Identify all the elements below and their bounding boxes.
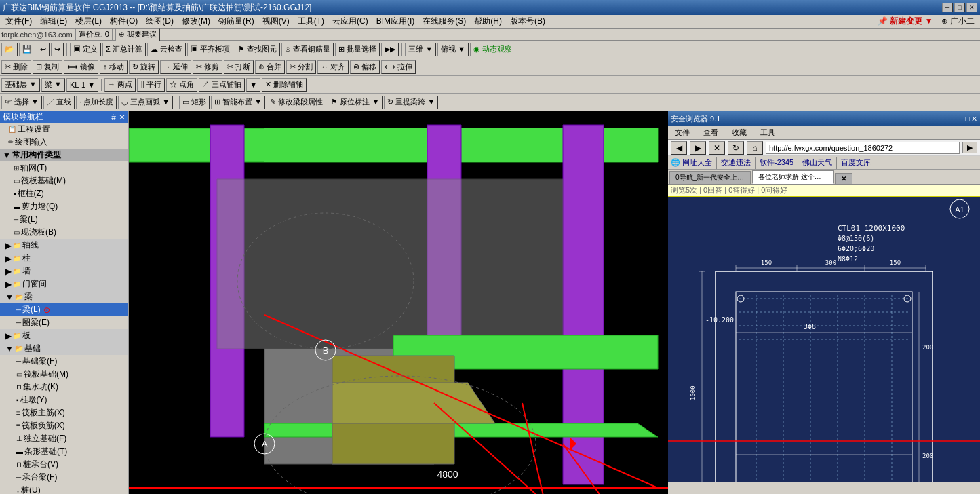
sidebar-item-project-setup[interactable]: 📋 工程设置 <box>0 123 128 136</box>
menu-user[interactable]: ⊕ 广小二 <box>937 15 979 28</box>
inplace-mark-button[interactable]: ⚑ 原位标注 ▼ <box>328 96 383 109</box>
browser-refresh-button[interactable]: ↻ <box>728 141 744 155</box>
top-view-button[interactable]: 俯视 ▼ <box>437 43 469 56</box>
rect-tool[interactable]: ▭ 矩形 <box>179 96 210 109</box>
browser-menu-file[interactable]: 文件 <box>671 127 694 138</box>
modify-segment-button[interactable]: ✎ 修改梁段属性 <box>267 96 326 109</box>
sidebar-group-door-window[interactable]: ▶ 📁 门窗间 <box>0 278 128 290</box>
menu-draw[interactable]: 绘图(D) <box>142 15 178 28</box>
more-button[interactable]: ▶▶ <box>381 43 399 56</box>
sidebar-item-sump[interactable]: ⊓ 集水坑(K) <box>0 381 128 394</box>
bookmark-weather[interactable]: 佛山天气 <box>802 157 832 168</box>
sidebar-item-beam-l[interactable]: ─ 梁(L) ⊙ <box>0 303 128 316</box>
advice-button[interactable]: ⊕ 我要建议 <box>115 28 160 41</box>
beam-type-select[interactable]: 梁 ▼ <box>41 78 65 92</box>
menu-floor[interactable]: 楼层(L) <box>71 15 106 28</box>
expand-plate-icon[interactable]: ▶ <box>5 331 12 341</box>
split-button[interactable]: ✂ 分割 <box>286 60 316 74</box>
sidebar-group-wall[interactable]: ▶ 📁 墙 <box>0 265 128 278</box>
copy-button[interactable]: ⊞ 复制 <box>33 60 62 74</box>
merge-button[interactable]: ⊕ 合并 <box>255 60 285 74</box>
menu-online[interactable]: 在线服务(S) <box>418 15 470 28</box>
delete-button[interactable]: ✂ 删除 <box>1 60 31 74</box>
two-point-axis[interactable]: → 两点 <box>104 78 136 92</box>
orbit-button[interactable]: ◉ 动态观察 <box>470 43 515 56</box>
close-button[interactable]: ✕ <box>966 3 977 12</box>
cad-viewport[interactable]: A B 1 2 4800 4500 Z <box>129 111 668 494</box>
toolbar-save[interactable]: 💾 <box>19 43 35 56</box>
minimize-button[interactable]: ─ <box>942 3 953 12</box>
sidebar-group-plate[interactable]: ▶ 📁 板 <box>0 329 128 342</box>
bookmark-software[interactable]: 软件-2345 <box>760 157 793 168</box>
sidebar-item-raft-neg-rebar[interactable]: ≡ 筏板负筋(X) <box>0 419 128 432</box>
sidebar-section-common[interactable]: ▼ 常用构件类型 <box>0 149 128 162</box>
expand-column-icon[interactable]: ▶ <box>5 254 12 263</box>
3d-view-button[interactable]: 三维 ▼ <box>405 43 436 56</box>
sidebar-item-pile[interactable]: ↓ 桩(U) <box>0 484 128 494</box>
toolbar-open[interactable]: 📂 <box>1 43 18 56</box>
rotate-button[interactable]: ↻ 旋转 <box>129 60 159 74</box>
browser-menu-favorites[interactable]: 收藏 <box>728 127 751 138</box>
menu-help[interactable]: 帮助(H) <box>470 15 506 28</box>
menu-rebar[interactable]: 钢筋量(R) <box>214 15 258 28</box>
sidebar-item-draw-input[interactable]: ✏ 绘图输入 <box>0 136 128 149</box>
expand-door-window-icon[interactable]: ▶ <box>5 280 12 289</box>
expand-wall-icon[interactable]: ▶ <box>5 267 12 276</box>
sidebar-item-isolated-foundation[interactable]: ⊥ 独立基础(F) <box>0 432 128 445</box>
layer-select[interactable]: 基础层 ▼ <box>1 78 40 92</box>
sidebar-item-strip-foundation[interactable]: ▬ 条形基础(T) <box>0 445 128 458</box>
batch-select-button[interactable]: ⊞ 批量选择 <box>335 43 380 56</box>
cloud-check-button[interactable]: ☁ 云检查 <box>147 43 186 56</box>
browser-menu-tools[interactable]: 工具 <box>756 127 779 138</box>
menu-edit[interactable]: 编辑(E) <box>36 15 71 28</box>
sidebar-item-slab[interactable]: ▭ 现浇板(B) <box>0 226 128 239</box>
browser-go-button[interactable]: ▶ <box>962 142 977 153</box>
browser-tab-question[interactable]: 各位老师求解 这个图怎么画厂... <box>752 170 834 184</box>
browser-url-bar[interactable] <box>766 142 960 154</box>
stretch-button[interactable]: ⟷ 拉伸 <box>381 60 416 74</box>
sidebar-close-icon[interactable]: ✕ <box>119 113 125 122</box>
break-button[interactable]: ✂ 打断 <box>224 60 254 74</box>
arc-tool[interactable]: ◡ 三点画弧 ▼ <box>118 96 173 109</box>
menu-modify[interactable]: 修改(M) <box>178 15 214 28</box>
extend-button[interactable]: → 延伸 <box>160 60 191 74</box>
browser-tab-nav[interactable]: 0导航_新一代安全上网导航 <box>669 171 751 184</box>
menu-new-change[interactable]: 📌 新建变更 ▼ <box>874 15 937 28</box>
three-point-axis[interactable]: ↗ 三点辅轴 <box>199 78 245 92</box>
select-tool[interactable]: ☞ 选择 ▼ <box>1 96 42 109</box>
sidebar-item-cap-beam[interactable]: ─ 承台梁(F) <box>0 471 128 484</box>
mirror-button[interactable]: ⟺ 镜像 <box>64 60 98 74</box>
browser-content-area[interactable]: A1 CTL01 1200X1000 Φ8@150(6) 6Φ20;6Φ20 N… <box>668 197 980 482</box>
define-button[interactable]: ▣ 定义 <box>70 43 101 56</box>
view-rebar-button[interactable]: ⊙ 查看钢筋量 <box>281 43 334 56</box>
delete-axis[interactable]: ✕ 删除辅轴 <box>262 78 307 92</box>
more-axis[interactable]: ▼ <box>246 78 260 92</box>
bookmark-baidu[interactable]: 百度文库 <box>841 157 871 168</box>
sidebar-item-frame-column[interactable]: ▪ 框柱(Z) <box>0 187 128 200</box>
sidebar-group-column[interactable]: ▶ 📁 柱 <box>0 252 128 265</box>
browser-tab-new[interactable]: ✕ <box>835 173 852 184</box>
browser-maximize-button[interactable]: □ <box>965 115 970 124</box>
parallel-axis[interactable]: ∥ 平行 <box>137 78 165 92</box>
sidebar-item-column-pier[interactable]: ▪ 柱墩(Y) <box>0 394 128 406</box>
menu-bim[interactable]: BIM应用(I) <box>372 15 419 28</box>
total-calc-button[interactable]: Σ 汇总计算 <box>102 43 146 56</box>
offset-button[interactable]: ⊜ 偏移 <box>350 60 380 74</box>
line-tool[interactable]: ╱ 直线 <box>43 96 75 109</box>
toolbar-undo[interactable]: ↩ <box>37 43 50 56</box>
sidebar-pin[interactable]: # <box>111 113 116 122</box>
toolbar-redo[interactable]: ↪ <box>51 43 64 56</box>
browser-back-button[interactable]: ◀ <box>671 141 687 155</box>
kl-select[interactable]: KL-1 ▼ <box>66 78 98 92</box>
move-button[interactable]: ↕ 移动 <box>100 60 128 74</box>
sidebar-group-beam[interactable]: ▼ 📂 梁 <box>0 290 128 303</box>
sidebar-item-ring-beam[interactable]: ─ 圈梁(E) <box>0 316 128 329</box>
align-button[interactable]: ↔ 对齐 <box>317 60 349 74</box>
sidebar-item-shear-wall[interactable]: ▬ 剪力墙(Q) <box>0 200 128 213</box>
sidebar-item-beam[interactable]: ─ 梁(L) <box>0 213 128 226</box>
menu-file[interactable]: 文件(F) <box>1 15 36 28</box>
browser-menu-view[interactable]: 查看 <box>699 127 722 138</box>
maximize-button[interactable]: □ <box>954 3 965 12</box>
sidebar-group-axis[interactable]: ▶ 📁 轴线 <box>0 239 128 252</box>
expand-foundation-icon[interactable]: ▼ <box>5 344 14 354</box>
